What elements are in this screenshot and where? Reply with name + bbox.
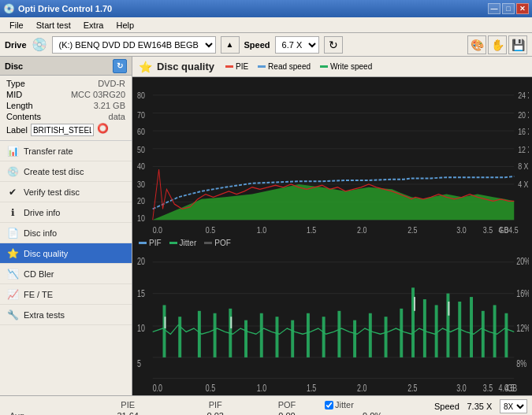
create-test-disc-icon: 💿 bbox=[6, 165, 19, 178]
left-panel: Disc ↻ Type DVD-R MID MCC 03RG20 Length … bbox=[0, 57, 132, 395]
disc-label-input[interactable] bbox=[31, 124, 94, 136]
speed-label: Speed bbox=[244, 40, 270, 50]
svg-rect-54 bbox=[244, 320, 247, 357]
legend-pif: PIF bbox=[139, 239, 162, 247]
disc-refresh-button[interactable]: ↻ bbox=[113, 59, 127, 73]
svg-text:0.5: 0.5 bbox=[206, 225, 216, 234]
menu-file[interactable]: File bbox=[3, 19, 30, 31]
disc-label-icon[interactable]: ⭕ bbox=[97, 123, 111, 137]
stats-header-jitter: Jitter bbox=[322, 399, 423, 410]
drive-label: Drive bbox=[5, 40, 27, 50]
svg-text:20: 20 bbox=[137, 196, 145, 206]
svg-rect-76 bbox=[414, 297, 415, 311]
nav-create-test-disc[interactable]: 💿 Create test disc bbox=[0, 161, 132, 182]
stats-table: PIE PIF POF Jitter Avg 31.64 0.03 bbox=[6, 399, 423, 415]
svg-text:80: 80 bbox=[137, 91, 145, 100]
nav-transfer-rate-label: Transfer rate bbox=[24, 146, 73, 156]
nav-drive-info[interactable]: ℹ Drive info bbox=[0, 202, 132, 223]
svg-rect-49 bbox=[163, 305, 166, 357]
nav-disc-quality-label: Disc quality bbox=[24, 249, 68, 258]
disc-contents-value: data bbox=[109, 112, 125, 121]
svg-text:10: 10 bbox=[137, 322, 145, 333]
jitter-checkbox[interactable] bbox=[325, 401, 333, 409]
title-bar: 💿 Opti Drive Control 1.70 — □ ✕ bbox=[0, 0, 532, 17]
nav-disc-quality[interactable]: ⭐ Disc quality bbox=[0, 243, 132, 264]
legend-pof: POF bbox=[204, 239, 231, 247]
app-title: Opti Drive Control 1.70 bbox=[18, 4, 488, 13]
svg-text:2.0: 2.0 bbox=[357, 225, 367, 234]
maximize-button[interactable]: □ bbox=[502, 3, 515, 14]
drive-select[interactable]: (K:) BENQ DVD DD EW164B BEGB bbox=[52, 36, 216, 54]
svg-text:12%: 12% bbox=[516, 322, 529, 333]
disc-contents-label: Contents bbox=[6, 112, 41, 121]
extra-tests-icon: 🔧 bbox=[6, 309, 19, 321]
nav-verify-test-disc[interactable]: ✔ Verify test disc bbox=[0, 182, 132, 202]
svg-text:40: 40 bbox=[137, 161, 145, 171]
toolbar-icon-3[interactable]: 💾 bbox=[508, 35, 527, 54]
stats-header-pie: PIE bbox=[77, 399, 179, 410]
legend-jitter-dot bbox=[169, 242, 177, 244]
svg-rect-53 bbox=[229, 309, 232, 358]
svg-text:2.0: 2.0 bbox=[357, 382, 366, 392]
eject-button[interactable]: ▲ bbox=[221, 36, 240, 54]
stats-left: PIE PIF POF Jitter Avg 31.64 0.03 bbox=[0, 396, 430, 415]
svg-rect-69 bbox=[458, 302, 461, 358]
disc-header: Disc ↻ bbox=[0, 57, 132, 76]
legend-pie: PIE bbox=[225, 62, 248, 71]
stats-header-pif: PIF bbox=[178, 399, 251, 410]
menu-start-test[interactable]: Start test bbox=[30, 19, 77, 31]
svg-text:0.0: 0.0 bbox=[153, 225, 163, 234]
speed-refresh-button[interactable]: ↻ bbox=[324, 36, 343, 54]
svg-rect-55 bbox=[260, 313, 263, 358]
svg-rect-61 bbox=[353, 320, 356, 357]
nav-create-test-disc-label: Create test disc bbox=[24, 167, 84, 176]
legend-jitter: Jitter bbox=[169, 239, 197, 247]
svg-text:1.5: 1.5 bbox=[307, 225, 317, 234]
nav-transfer-rate[interactable]: 📊 Transfer rate bbox=[0, 141, 132, 161]
svg-rect-71 bbox=[482, 311, 485, 358]
legend-pof-label: POF bbox=[214, 239, 231, 247]
nav-disc-info[interactable]: 📄 Disc info bbox=[0, 223, 132, 243]
svg-text:1.5: 1.5 bbox=[307, 382, 316, 392]
svg-text:12 X: 12 X bbox=[518, 145, 529, 154]
legend-pif-label: PIF bbox=[149, 239, 162, 247]
disc-label-row: Label ⭕ bbox=[6, 123, 125, 137]
main-layout: Disc ↻ Type DVD-R MID MCC 03RG20 Length … bbox=[0, 57, 532, 395]
nav-cd-bler-label: CD Bler bbox=[24, 269, 54, 279]
svg-text:10: 10 bbox=[137, 213, 145, 223]
toolbar-icon-2[interactable]: ✋ bbox=[488, 35, 507, 54]
disc-length-row: Length 3.21 GB bbox=[6, 101, 125, 110]
bottom-chart-legend: PIF Jitter POF bbox=[136, 237, 529, 250]
svg-text:1.0: 1.0 bbox=[257, 382, 266, 392]
svg-rect-75 bbox=[230, 317, 232, 328]
close-button[interactable]: ✕ bbox=[516, 3, 529, 14]
app-icon: 💿 bbox=[3, 3, 15, 14]
drive-icon: 💿 bbox=[32, 37, 47, 52]
disc-mid-value: MCC 03RG20 bbox=[71, 90, 125, 99]
svg-rect-56 bbox=[276, 317, 279, 358]
menu-help[interactable]: Help bbox=[110, 19, 140, 31]
legend-write-speed-label: Write speed bbox=[330, 62, 372, 71]
nav-extra-tests[interactable]: 🔧 Extra tests bbox=[0, 305, 132, 325]
toolbar-icon-1[interactable]: 🎨 bbox=[467, 35, 486, 54]
speed-select-stat[interactable]: 8X bbox=[500, 399, 527, 413]
legend-jitter-label: Jitter bbox=[180, 239, 197, 247]
right-panel: ⭐ Disc quality PIE Read speed Write spee… bbox=[132, 57, 532, 395]
top-chart: 80 70 60 50 40 30 20 10 24 X 20 X 16 X 1… bbox=[136, 80, 529, 234]
legend-pof-dot bbox=[204, 242, 212, 244]
disc-length-value: 3.21 GB bbox=[94, 101, 125, 110]
menu-extra[interactable]: Extra bbox=[77, 19, 110, 31]
bottom-chart: 20 15 10 5 20% 16% 12% 8% bbox=[136, 253, 529, 392]
stats-bar: PIE PIF POF Jitter Avg 31.64 0.03 bbox=[0, 395, 532, 415]
speed-select[interactable]: 6.7 X bbox=[275, 36, 319, 54]
stats-avg-row: Avg 31.64 0.03 0.00 9.0% bbox=[6, 410, 423, 415]
svg-text:4.5: 4.5 bbox=[508, 225, 519, 234]
svg-text:1.0: 1.0 bbox=[257, 225, 267, 234]
nav-fe-te[interactable]: 📈 FE / TE bbox=[0, 284, 132, 305]
speed-row: Speed 7.35 X 8X bbox=[434, 399, 527, 413]
minimize-button[interactable]: — bbox=[488, 3, 500, 14]
disc-length-label: Length bbox=[6, 101, 33, 110]
disc-type-label: Type bbox=[6, 79, 25, 88]
svg-text:8 X: 8 X bbox=[518, 161, 529, 171]
nav-cd-bler[interactable]: 📉 CD Bler bbox=[0, 264, 132, 284]
